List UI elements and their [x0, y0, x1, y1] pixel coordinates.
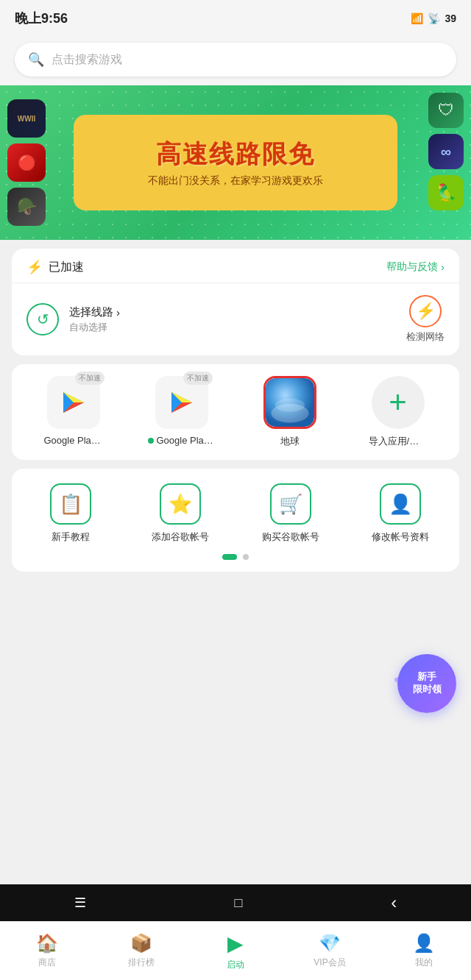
app-icon-wrapper-gplay1: 不加速	[47, 376, 100, 429]
accel-status-text: 已加速	[49, 260, 84, 275]
nav-label-rank: 排行榜	[128, 956, 155, 969]
app-item-gplay2[interactable]: 不加速 Google Play ...	[132, 376, 231, 448]
sys-nav-back[interactable]: ‹	[391, 892, 397, 913]
func-item-editaccount[interactable]: 👤 修改帐号资料	[350, 483, 453, 544]
banner-duolingo-icon: 🦜	[428, 175, 464, 210]
route-section: ↺ 选择线路 › 自动选择 ⚡ 检测网络	[12, 283, 459, 355]
network-check[interactable]: ⚡ 检测网络	[406, 295, 445, 344]
nav-label-store: 商店	[38, 956, 56, 969]
svg-point-10	[275, 399, 304, 412]
banner-subtitle: 不能出门没关系，在家学习游戏更欢乐	[148, 174, 323, 188]
route-info: 选择线路 › 自动选择	[69, 305, 120, 334]
func-icon-buyaccount: 🛒	[270, 483, 311, 525]
page-dots	[19, 554, 452, 564]
banner-loop-icon: ∞	[428, 134, 464, 169]
nav-item-store[interactable]: 🏠 商店	[0, 927, 94, 975]
route-title[interactable]: 选择线路 ›	[69, 305, 120, 319]
apps-section: 不加速 Google Play ... 不加速 Google Pl	[12, 364, 459, 460]
search-placeholder: 点击搜索游戏	[52, 52, 122, 68]
func-name-editaccount: 修改帐号资料	[372, 530, 429, 544]
signal-icon: 📶	[411, 13, 423, 24]
page-dot-1	[222, 554, 237, 560]
page-dot-2	[243, 554, 249, 560]
route-title-arrow: ›	[116, 306, 120, 319]
nav-icon-mine: 👤	[413, 933, 435, 954]
app-tag-gplay1: 不加速	[75, 372, 105, 385]
nav-icon-vip: 💎	[319, 933, 341, 954]
bottom-nav: 🏠 商店 📦 排行榜 ▶ 启动 💎 VIP会员 👤 我的	[0, 921, 471, 980]
app-name-earth: 地球	[280, 435, 300, 448]
sys-nav: ☰ □ ‹	[0, 884, 471, 921]
route-refresh-icon[interactable]: ↺	[26, 303, 59, 335]
app-name-add: 导入应用/游戏	[369, 435, 428, 448]
floating-btn-label: 新手限时领	[413, 671, 442, 696]
func-item-tutorial[interactable]: 📋 新手教程	[19, 483, 122, 544]
banner-shield-icon: 🛡	[428, 93, 464, 128]
func-item-addaccount[interactable]: ⭐ 添加谷歌帐号	[130, 483, 233, 544]
nav-item-vip[interactable]: 💎 VIP会员	[283, 927, 377, 975]
nav-label-launch: 启动	[227, 959, 244, 971]
sys-nav-home[interactable]: □	[235, 895, 243, 911]
banner[interactable]: WWII 🔴 🪖 高速线路限免 不能出门没关系，在家学习游戏更欢乐 🛡 ∞ 🦜	[0, 85, 471, 240]
help-arrow: ›	[441, 261, 445, 273]
empty-area: 新手限时领	[0, 580, 471, 728]
app-tag-gplay2: 不加速	[183, 372, 213, 385]
nav-label-mine: 我的	[415, 956, 433, 969]
banner-promo-box: 高速线路限免 不能出门没关系，在家学习游戏更欢乐	[74, 115, 397, 210]
func-name-addaccount: 添加谷歌帐号	[152, 530, 209, 544]
app-icon-wrapper-earth	[263, 376, 316, 429]
app-item-earth[interactable]: 地球	[240, 376, 339, 448]
func-icon-tutorial: 📋	[50, 483, 91, 525]
route-left: ↺ 选择线路 › 自动选择	[26, 303, 120, 335]
network-icon: ⚡	[409, 295, 442, 327]
floating-btn[interactable]: 新手限时领	[397, 654, 456, 713]
app-icon-wrapper-gplay2: 不加速	[155, 376, 208, 429]
search-icon: 🔍	[28, 52, 44, 68]
func-icon-addaccount: ⭐	[160, 483, 201, 525]
func-icon-editaccount: 👤	[380, 483, 421, 525]
funcs-grid: 📋 新手教程 ⭐ 添加谷歌帐号 🛒 购买谷歌帐号 👤 修改帐号资料	[19, 483, 452, 544]
nav-item-rank[interactable]: 📦 排行榜	[94, 927, 188, 975]
accel-status-left: ⚡ 已加速	[26, 259, 84, 275]
help-text: 帮助与反馈	[386, 260, 438, 274]
apps-grid: 不加速 Google Play ... 不加速 Google Pl	[24, 376, 447, 448]
earth-icon	[263, 376, 316, 429]
nav-item-launch[interactable]: ▶ 启动	[188, 926, 283, 977]
accel-header: ⚡ 已加速 帮助与反馈 ›	[12, 249, 459, 283]
app-item-gplay1[interactable]: 不加速 Google Play ...	[24, 376, 123, 448]
wifi-icon: 📡	[428, 13, 440, 24]
sys-nav-menu[interactable]: ☰	[74, 895, 86, 911]
app-name-row-gplay2: Google Play ...	[148, 435, 216, 446]
add-icon: +	[372, 376, 425, 429]
banner-icon-red: 🔴	[7, 143, 46, 182]
app-active-dot-gplay2	[148, 438, 154, 444]
status-time: 晚上9:56	[15, 10, 68, 27]
accel-card: ⚡ 已加速 帮助与反馈 › ↺ 选择线路 › 自动选择 ⚡ 检测网络	[12, 249, 459, 355]
banner-title: 高速线路限免	[156, 138, 315, 171]
help-link[interactable]: 帮助与反馈 ›	[386, 260, 445, 274]
nav-item-mine[interactable]: 👤 我的	[377, 927, 471, 975]
search-bar-container: 🔍 点击搜索游戏	[0, 37, 471, 85]
funcs-section: 📋 新手教程 ⭐ 添加谷歌帐号 🛒 购买谷歌帐号 👤 修改帐号资料	[12, 469, 459, 572]
nav-icon-launch: ▶	[227, 931, 244, 956]
network-text: 检测网络	[406, 330, 445, 344]
status-bar: 晚上9:56 📶 📡 39	[0, 0, 471, 37]
route-sub-text: 自动选择	[69, 321, 120, 334]
banner-right-icons: 🛡 ∞ 🦜	[428, 93, 464, 210]
app-item-add[interactable]: + 导入应用/游戏	[348, 376, 447, 448]
route-title-text: 选择线路	[69, 305, 113, 319]
app-name-gplay1: Google Play ...	[44, 435, 103, 446]
status-icons: 📶 📡 39	[411, 13, 456, 24]
app-icon-wrapper-add: +	[372, 376, 425, 429]
func-name-buyaccount: 购买谷歌帐号	[262, 530, 319, 544]
func-name-tutorial: 新手教程	[52, 530, 90, 544]
banner-icon-soldier: 🪖	[7, 188, 46, 226]
app-name-gplay2: Google Play ...	[157, 435, 216, 446]
battery-label: 39	[445, 13, 456, 24]
nav-label-vip: VIP会员	[314, 956, 345, 969]
search-bar[interactable]: 🔍 点击搜索游戏	[15, 43, 456, 77]
nav-icon-store: 🏠	[36, 933, 58, 954]
banner-icon-wwii: WWII	[7, 99, 46, 138]
nav-icon-rank: 📦	[130, 933, 152, 954]
func-item-buyaccount[interactable]: 🛒 购买谷歌帐号	[239, 483, 342, 544]
